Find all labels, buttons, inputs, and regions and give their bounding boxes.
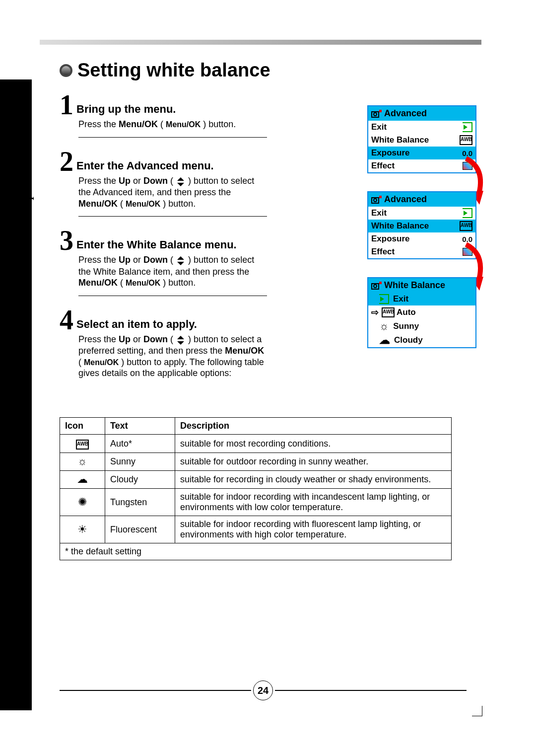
text: ( <box>168 255 176 265</box>
menu-label: Exposure <box>371 148 409 158</box>
table-header-text: Text <box>105 418 175 435</box>
page-footer: 24 <box>60 680 467 700</box>
table-cell-description: suitable for outdoor recording in sunny … <box>175 453 452 471</box>
step-number: 3 <box>60 227 73 254</box>
camera-mode-icon <box>371 281 382 290</box>
menu-screenshots-column: Advanced ExitWhite BalanceAWBExposure0.0… <box>367 105 476 366</box>
text: or <box>131 255 143 265</box>
manual-page: advanced operations Setting white balanc… <box>0 0 536 756</box>
text: ( <box>168 176 176 186</box>
menu-ok-button-label: Menu/OK <box>126 279 160 287</box>
step-body: Press the Menu/OK ( Menu/OK ) button. <box>78 119 268 130</box>
step-number: 1 <box>60 91 73 119</box>
side-section-label: advanced operations <box>21 149 34 259</box>
table-cell-icon: ☀ <box>60 516 105 543</box>
fluorescent-icon: ☀ <box>77 524 87 535</box>
table-cell-icon: ☼ <box>60 453 105 471</box>
menu-header: White Balance <box>368 278 475 293</box>
footer-line <box>275 690 467 691</box>
menu-label: Exposure <box>371 234 409 244</box>
table-row: ✺Tungstensuitable for indoor recording w… <box>60 489 452 516</box>
text: Press the <box>78 334 119 344</box>
awb-icon: AWB <box>460 221 472 231</box>
text: Menu/OK <box>119 119 158 129</box>
table-row: ☁Cloudysuitable for recording in cloudy … <box>60 471 452 489</box>
menu-row: ☼ Sunny <box>368 319 475 333</box>
table-row: ☀Fluorescentsuitable for indoor recordin… <box>60 516 452 543</box>
up-down-icon <box>176 176 186 187</box>
menu-title: Advanced <box>384 194 427 205</box>
menu-ok-button-label: Menu/OK <box>126 200 160 208</box>
menu-label: Sunny <box>393 321 419 331</box>
svg-point-11 <box>374 199 377 202</box>
menu-row: ☁ Cloudy <box>368 333 475 347</box>
steps-column: 1 Bring up the menu. Press the Menu/OK (… <box>60 91 268 379</box>
up-down-icon <box>176 334 186 346</box>
text: Menu/OK <box>225 346 264 356</box>
text: ( <box>168 334 176 344</box>
top-gradient-bar <box>40 40 481 45</box>
text: Up <box>119 255 131 265</box>
text: Press the <box>78 255 119 265</box>
advanced-menu-1: Advanced ExitWhite BalanceAWBExposure0.0… <box>367 105 476 173</box>
menu-row: Exposure0.0 <box>368 232 475 245</box>
menu-label: Auto <box>397 307 416 317</box>
effect-icon <box>463 248 472 256</box>
menu-label: Exit <box>371 208 387 218</box>
table-header-icon: Icon <box>60 418 105 435</box>
menu-row: White BalanceAWB <box>368 134 475 147</box>
text: ) button. <box>160 199 196 209</box>
cloud-icon: ☁ <box>77 474 88 485</box>
table-header-description: Description <box>175 418 452 435</box>
text: ) button. <box>201 119 236 129</box>
camera-mode-icon <box>371 109 382 118</box>
step-body: Press the Up or Down ( ) button to selec… <box>78 175 268 210</box>
white-balance-menu: White Balance Exit⇨AWB Auto☼ Sunny☁ Clou… <box>367 277 476 348</box>
menu-label: Exit <box>371 122 387 132</box>
menu-label: Effect <box>371 247 395 257</box>
menu-ok-button-label: Menu/OK <box>84 358 119 367</box>
step-title: Enter the White Balance menu. <box>76 238 237 254</box>
menu-row: ⇨AWB Auto <box>368 305 475 319</box>
step-1: 1 Bring up the menu. Press the Menu/OK (… <box>60 91 268 138</box>
selection-arrow-icon: ⇨ <box>371 307 379 318</box>
awb-icon: AWB <box>76 440 89 450</box>
table-footnote: * the default setting <box>60 543 452 560</box>
step-number: 2 <box>60 148 73 175</box>
table-cell-description: suitable for indoor recording with fluor… <box>175 516 452 543</box>
up-down-icon <box>176 255 186 266</box>
menu-row: Effect <box>368 159 475 172</box>
table-row: AWBAuto*suitable for most recording cond… <box>60 435 452 453</box>
table-cell-icon: ☁ <box>60 471 105 489</box>
effect-icon <box>463 162 472 170</box>
step-4: 4 Select an item to apply. Press the Up … <box>60 306 268 379</box>
menu-title: Advanced <box>384 108 427 119</box>
table-row: ☼Sunnysuitable for outdoor recording in … <box>60 453 452 471</box>
menu-row: Exit <box>368 293 475 305</box>
exit-icon <box>463 122 472 132</box>
text: Up <box>119 176 131 186</box>
text: Down <box>143 334 168 344</box>
text: Down <box>143 255 168 265</box>
text: Menu/OK <box>78 199 118 209</box>
footer-line <box>60 690 251 691</box>
text: ( <box>118 199 126 209</box>
step-body: Press the Up or Down ( ) button to selec… <box>78 254 268 289</box>
table-cell-text: Cloudy <box>105 471 175 489</box>
main-content: Setting white balance 1 Bring up the men… <box>60 60 467 389</box>
page-title: Setting white balance <box>77 60 270 81</box>
title-bullet-icon <box>60 64 72 77</box>
svg-marker-1 <box>177 183 184 186</box>
step-number: 4 <box>60 306 73 334</box>
svg-marker-3 <box>177 262 184 265</box>
camera-mode-icon <box>371 195 382 204</box>
text: ( <box>158 119 166 129</box>
svg-marker-5 <box>177 341 184 345</box>
exit-icon <box>379 294 389 304</box>
menu-value: 0.0 <box>462 149 472 157</box>
divider <box>78 137 267 138</box>
text: Press the <box>78 176 119 186</box>
menu-row: Exit <box>368 207 475 220</box>
menu-title: White Balance <box>384 280 445 291</box>
menu-row: White BalanceAWB <box>368 220 475 232</box>
